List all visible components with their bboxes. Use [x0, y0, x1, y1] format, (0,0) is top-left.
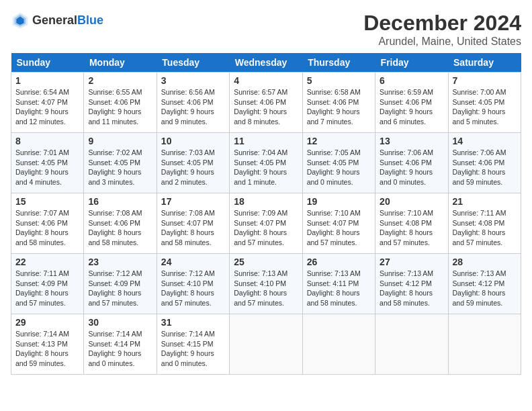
weekday-header-row: SundayMondayTuesdayWednesdayThursdayFrid… — [11, 53, 521, 73]
calendar-cell: 23Sunrise: 7:12 AMSunset: 4:09 PMDayligh… — [84, 254, 157, 314]
page-header: GeneralBlue December 2024 Arundel, Maine… — [11, 11, 521, 48]
day-info: Sunrise: 7:14 AMSunset: 4:15 PMDaylight:… — [161, 329, 225, 369]
calendar-week-row: 22Sunrise: 7:11 AMSunset: 4:09 PMDayligh… — [11, 254, 521, 314]
calendar-week-row: 15Sunrise: 7:07 AMSunset: 4:06 PMDayligh… — [11, 193, 521, 254]
day-number: 11 — [234, 136, 298, 146]
calendar-week-row: 8Sunrise: 7:01 AMSunset: 4:05 PMDaylight… — [11, 133, 521, 193]
day-info: Sunrise: 7:11 AMSunset: 4:09 PMDaylight:… — [15, 269, 79, 308]
day-number: 15 — [15, 196, 79, 207]
day-info: Sunrise: 6:54 AMSunset: 4:07 PMDaylight:… — [15, 87, 79, 127]
calendar-cell: 3Sunrise: 6:56 AMSunset: 4:06 PMDaylight… — [157, 73, 229, 133]
calendar-cell: 4Sunrise: 6:57 AMSunset: 4:06 PMDaylight… — [230, 73, 302, 133]
day-info: Sunrise: 6:55 AMSunset: 4:06 PMDaylight:… — [88, 87, 152, 127]
calendar-cell — [230, 314, 302, 375]
day-info: Sunrise: 7:01 AMSunset: 4:05 PMDaylight:… — [15, 148, 79, 187]
day-number: 1 — [15, 75, 79, 86]
calendar-cell: 28Sunrise: 7:13 AMSunset: 4:12 PMDayligh… — [448, 254, 521, 314]
day-number: 5 — [307, 75, 371, 86]
calendar-cell: 26Sunrise: 7:13 AMSunset: 4:11 PMDayligh… — [302, 254, 375, 314]
day-number: 6 — [380, 75, 443, 86]
calendar-cell: 27Sunrise: 7:13 AMSunset: 4:12 PMDayligh… — [375, 254, 448, 314]
day-info: Sunrise: 7:13 AMSunset: 4:12 PMDaylight:… — [380, 269, 443, 308]
weekday-header-sunday: Sunday — [11, 53, 84, 73]
day-info: Sunrise: 7:07 AMSunset: 4:06 PMDaylight:… — [15, 208, 79, 248]
day-info: Sunrise: 7:13 AMSunset: 4:11 PMDaylight:… — [307, 269, 371, 308]
day-info: Sunrise: 7:02 AMSunset: 4:05 PMDaylight:… — [88, 148, 152, 187]
day-info: Sunrise: 7:04 AMSunset: 4:05 PMDaylight:… — [234, 148, 298, 187]
day-number: 25 — [234, 257, 298, 267]
calendar-cell: 19Sunrise: 7:10 AMSunset: 4:07 PMDayligh… — [302, 193, 375, 254]
logo-blue: Blue — [77, 13, 103, 27]
calendar-cell: 10Sunrise: 7:03 AMSunset: 4:05 PMDayligh… — [157, 133, 229, 193]
calendar-cell: 24Sunrise: 7:12 AMSunset: 4:10 PMDayligh… — [157, 254, 229, 314]
calendar-cell: 18Sunrise: 7:09 AMSunset: 4:07 PMDayligh… — [230, 193, 302, 254]
calendar-cell: 14Sunrise: 7:06 AMSunset: 4:06 PMDayligh… — [448, 133, 521, 193]
weekday-header-monday: Monday — [84, 53, 157, 73]
day-number: 13 — [380, 136, 443, 146]
calendar-cell: 8Sunrise: 7:01 AMSunset: 4:05 PMDaylight… — [11, 133, 84, 193]
day-info: Sunrise: 7:12 AMSunset: 4:10 PMDaylight:… — [161, 269, 225, 308]
day-number: 12 — [307, 136, 371, 146]
calendar-cell: 29Sunrise: 7:14 AMSunset: 4:13 PMDayligh… — [11, 314, 84, 375]
day-number: 23 — [88, 257, 152, 267]
calendar-cell: 9Sunrise: 7:02 AMSunset: 4:05 PMDaylight… — [84, 133, 157, 193]
day-info: Sunrise: 6:56 AMSunset: 4:06 PMDaylight:… — [161, 87, 225, 127]
weekday-header-friday: Friday — [375, 53, 448, 73]
day-info: Sunrise: 7:13 AMSunset: 4:12 PMDaylight:… — [453, 269, 517, 308]
day-number: 16 — [88, 196, 152, 207]
day-info: Sunrise: 6:59 AMSunset: 4:06 PMDaylight:… — [380, 87, 443, 127]
day-number: 26 — [307, 257, 371, 267]
calendar-cell: 1Sunrise: 6:54 AMSunset: 4:07 PMDaylight… — [11, 73, 84, 133]
day-info: Sunrise: 7:13 AMSunset: 4:10 PMDaylight:… — [234, 269, 298, 308]
day-info: Sunrise: 7:09 AMSunset: 4:07 PMDaylight:… — [234, 208, 298, 248]
day-number: 3 — [161, 75, 225, 86]
day-number: 20 — [380, 196, 443, 207]
calendar-cell: 17Sunrise: 7:08 AMSunset: 4:07 PMDayligh… — [157, 193, 229, 254]
day-info: Sunrise: 7:00 AMSunset: 4:05 PMDaylight:… — [453, 87, 517, 127]
logo-wordmark: GeneralBlue — [32, 13, 103, 28]
calendar-cell: 21Sunrise: 7:11 AMSunset: 4:08 PMDayligh… — [448, 193, 521, 254]
day-number: 22 — [15, 257, 79, 267]
weekday-header-tuesday: Tuesday — [157, 53, 229, 73]
day-info: Sunrise: 7:05 AMSunset: 4:05 PMDaylight:… — [307, 148, 371, 187]
day-info: Sunrise: 7:06 AMSunset: 4:06 PMDaylight:… — [380, 148, 443, 187]
weekday-header-saturday: Saturday — [448, 53, 521, 73]
calendar-cell: 30Sunrise: 7:14 AMSunset: 4:14 PMDayligh… — [84, 314, 157, 375]
day-number: 14 — [453, 136, 517, 146]
day-number: 17 — [161, 196, 225, 207]
day-number: 30 — [88, 317, 152, 328]
day-number: 8 — [15, 136, 79, 146]
month-title: December 2024 — [363, 11, 521, 36]
day-number: 2 — [88, 75, 152, 86]
calendar-cell: 12Sunrise: 7:05 AMSunset: 4:05 PMDayligh… — [302, 133, 375, 193]
day-info: Sunrise: 6:58 AMSunset: 4:06 PMDaylight:… — [307, 87, 371, 127]
calendar-cell: 20Sunrise: 7:10 AMSunset: 4:08 PMDayligh… — [375, 193, 448, 254]
calendar-table: SundayMondayTuesdayWednesdayThursdayFrid… — [11, 53, 521, 375]
calendar-title-area: December 2024 Arundel, Maine, United Sta… — [363, 11, 521, 48]
day-info: Sunrise: 7:06 AMSunset: 4:06 PMDaylight:… — [453, 148, 517, 187]
day-number: 21 — [453, 196, 517, 207]
day-info: Sunrise: 7:11 AMSunset: 4:08 PMDaylight:… — [453, 208, 517, 248]
calendar-cell: 25Sunrise: 7:13 AMSunset: 4:10 PMDayligh… — [230, 254, 302, 314]
logo-general: General — [32, 13, 77, 27]
day-number: 31 — [161, 317, 225, 328]
weekday-header-thursday: Thursday — [302, 53, 375, 73]
calendar-cell: 31Sunrise: 7:14 AMSunset: 4:15 PMDayligh… — [157, 314, 229, 375]
day-number: 7 — [453, 75, 517, 86]
day-number: 24 — [161, 257, 225, 267]
calendar-cell — [302, 314, 375, 375]
calendar-cell: 13Sunrise: 7:06 AMSunset: 4:06 PMDayligh… — [375, 133, 448, 193]
calendar-cell: 2Sunrise: 6:55 AMSunset: 4:06 PMDaylight… — [84, 73, 157, 133]
day-info: Sunrise: 7:14 AMSunset: 4:14 PMDaylight:… — [88, 329, 152, 369]
calendar-cell: 16Sunrise: 7:08 AMSunset: 4:06 PMDayligh… — [84, 193, 157, 254]
day-info: Sunrise: 6:57 AMSunset: 4:06 PMDaylight:… — [234, 87, 298, 127]
day-info: Sunrise: 7:10 AMSunset: 4:08 PMDaylight:… — [380, 208, 443, 248]
logo-icon — [11, 11, 30, 30]
calendar-week-row: 29Sunrise: 7:14 AMSunset: 4:13 PMDayligh… — [11, 314, 521, 375]
day-info: Sunrise: 7:12 AMSunset: 4:09 PMDaylight:… — [88, 269, 152, 308]
calendar-cell: 7Sunrise: 7:00 AMSunset: 4:05 PMDaylight… — [448, 73, 521, 133]
day-info: Sunrise: 7:10 AMSunset: 4:07 PMDaylight:… — [307, 208, 371, 248]
day-number: 18 — [234, 196, 298, 207]
calendar-cell — [375, 314, 448, 375]
day-info: Sunrise: 7:08 AMSunset: 4:06 PMDaylight:… — [88, 208, 152, 248]
